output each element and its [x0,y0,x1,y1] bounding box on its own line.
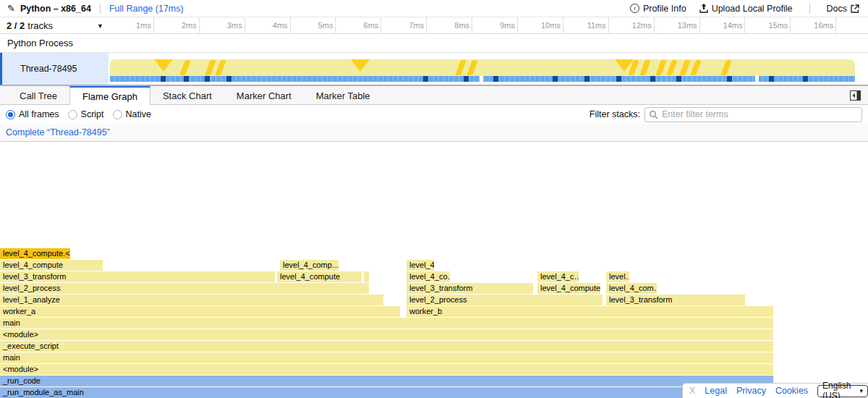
ruler-tick: 9ms [472,17,518,33]
flame-frame[interactable]: worker_b [407,306,773,317]
flame-graph[interactable]: level_4_compute.<l…level_4_computelevel_… [0,142,868,398]
flame-frame[interactable]: level_4_com… [606,283,657,294]
thread-track-canvas[interactable] [109,53,868,85]
flame-frame[interactable]: level_4_comp… [280,260,339,271]
flame-frame[interactable]: level_2_process [407,295,603,305]
ruler-tick: 12ms [609,17,655,33]
sample-segment-dark [803,76,808,82]
ruler-tick: 5ms [291,17,336,33]
flame-frame[interactable]: <module> [0,364,773,375]
ruler-tick: 11ms [563,17,609,33]
footer-link-cookies[interactable]: Cookies [775,386,808,396]
thread-track-label[interactable]: Thread-78495 [0,53,109,85]
radio-option-native[interactable]: Native [113,109,151,119]
activity-marker-slash-icon [690,60,702,75]
edit-pencil-icon[interactable]: ✎ [7,4,15,13]
activity-marker-slash-icon [467,60,478,75]
flame-frame[interactable]: main [0,352,773,363]
sample-segment-dark [650,76,655,82]
ruler-tick: 16ms [791,17,836,33]
activity-marker-slash-icon [215,60,226,75]
flame-frame[interactable]: _run_code [0,376,773,386]
sample-bar [110,76,855,82]
radio-label: Native [126,109,151,119]
flame-frame[interactable] [364,271,369,282]
radio-circle-icon [6,110,15,119]
activity-graph [110,59,855,76]
full-range-button[interactable]: Full Range (17ms) [109,4,184,14]
sample-segment-dark [464,76,469,82]
activity-marker-triangle-icon [154,59,173,72]
flame-frame[interactable]: _run_module_as_main [0,387,773,398]
tab-marker-table[interactable]: Marker Table [304,86,383,104]
ruler-tick: 1ms [109,17,154,33]
filter-area: Filter stacks: [590,107,862,122]
flame-frame[interactable]: level_4_compute [0,260,103,271]
flame-frame[interactable]: _execute_script [0,341,773,352]
breadcrumb[interactable]: Complete “Thread-78495” [6,127,110,137]
activity-marker-slash-icon [666,60,678,75]
radio-option-script[interactable]: Script [68,109,104,119]
flame-frame[interactable]: level_2_process [0,283,369,294]
profile-info-button[interactable]: i Profile Info [630,4,686,14]
sample-segment-dark [616,76,621,82]
flame-frame[interactable]: level_3_transform [407,283,533,294]
ruler-tick: 3ms [200,17,245,33]
ruler-tick: 13ms [655,17,700,33]
tab-marker-chart[interactable]: Marker Chart [224,86,304,104]
thread-track: Thread-78495 [0,53,868,85]
header-left: ✎ Python – x86_64 Full Range (17ms) [0,4,184,14]
flame-frame[interactable]: level_4_compute [277,271,362,282]
tab-flame-graph[interactable]: Flame Graph [69,86,150,105]
flame-frame[interactable]: level… [606,271,629,282]
flame-frame[interactable]: level_3_transform [0,271,275,282]
footer-link-legal[interactable]: Legal [705,386,727,396]
flame-frame[interactable]: main [0,318,773,329]
flame-frame[interactable]: level_4_compute [537,283,600,294]
upload-label: Upload Local Profile [712,4,793,14]
process-track-header[interactable]: Python Process [0,34,868,53]
docs-label: Docs [827,4,847,14]
footer-link-privacy[interactable]: Privacy [736,386,766,396]
flame-frame[interactable]: level_4_compute.<l… [0,248,70,259]
docs-link[interactable]: Docs [827,4,859,14]
filter-input-wrap [644,107,862,122]
sample-gap [755,76,759,82]
filter-stacks-input[interactable] [644,107,862,122]
header-divider [100,4,101,14]
header-divider [809,4,810,14]
tab-call-tree[interactable]: Call Tree [7,86,69,104]
header: ✎ Python – x86_64 Full Range (17ms) i Pr… [0,0,868,17]
process-track-label: Python Process [7,38,73,48]
sample-segment-dark [184,76,189,82]
radio-option-all-frames[interactable]: All frames [6,109,59,119]
ruler-tick: 10ms [518,17,563,33]
activity-marker-triangle-icon [351,59,370,72]
tab-stack-chart[interactable]: Stack Chart [150,86,224,104]
flame-frame[interactable]: worker_a [0,306,400,317]
activity-marker-slash-icon [639,60,651,75]
tracks-dropdown-caret-icon[interactable]: ▼ [97,22,103,30]
profile-info-label: Profile Info [643,4,686,14]
upload-profile-button[interactable]: Upload Local Profile [699,4,793,14]
ruler-tick: 14ms [700,17,746,33]
sample-segment-dark [423,76,428,82]
sample-segment-dark [769,76,774,82]
sidebar-toggle-icon[interactable] [850,90,861,101]
ruler-tick: 8ms [427,17,472,33]
radio-label: All frames [19,109,59,119]
language-select[interactable]: English (US) ▾ [817,385,868,397]
tracks-count: 2 / 2 [7,20,25,31]
language-value: English (US) [822,381,851,398]
sample-segment-dark [226,76,231,82]
sample-segment-dark [553,76,558,82]
flame-frame[interactable]: level_1_analyze [0,295,383,305]
footer-x-button[interactable]: X [689,386,695,396]
sample-segment-dark [727,76,732,82]
flame-frame[interactable]: level_3_transform [606,295,745,305]
upload-icon [699,4,708,13]
flame-frame[interactable]: level_4_c… [537,271,579,282]
flame-frame[interactable]: <module> [0,329,773,340]
flame-frame[interactable]: level_4… [407,260,434,271]
flame-frame[interactable]: level_4_co… [407,271,450,282]
